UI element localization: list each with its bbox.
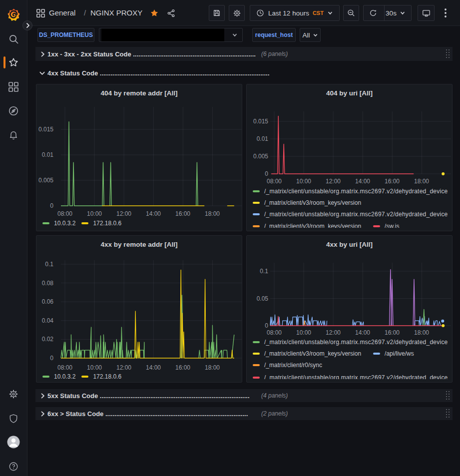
svg-text:16:00: 16:00: [175, 364, 190, 371]
svg-text:16:00: 16:00: [175, 210, 190, 217]
svg-text:0.06: 0.06: [42, 298, 54, 305]
svg-text:12:00: 12:00: [116, 210, 131, 217]
svg-text:12:00: 12:00: [116, 364, 131, 371]
svg-text:14:00: 14:00: [146, 210, 161, 217]
svg-text:08:00: 08:00: [57, 364, 72, 371]
svg-text:14:00: 14:00: [146, 364, 161, 371]
svg-text:0.04: 0.04: [42, 317, 54, 324]
svg-text:0.015: 0.015: [38, 126, 53, 133]
svg-text:0.005: 0.005: [38, 177, 53, 184]
svg-text:18:00: 18:00: [205, 364, 220, 371]
svg-text:18:00: 18:00: [205, 210, 220, 217]
svg-text:0.1: 0.1: [45, 261, 53, 268]
svg-text:08:00: 08:00: [57, 210, 72, 217]
svg-text:0.02: 0.02: [42, 336, 54, 343]
svg-text:0: 0: [50, 202, 53, 209]
svg-text:0: 0: [50, 355, 53, 362]
svg-text:0.01: 0.01: [42, 151, 54, 158]
svg-text:10:00: 10:00: [87, 210, 102, 217]
svg-text:0.08: 0.08: [42, 280, 54, 287]
svg-text:10:00: 10:00: [87, 364, 102, 371]
